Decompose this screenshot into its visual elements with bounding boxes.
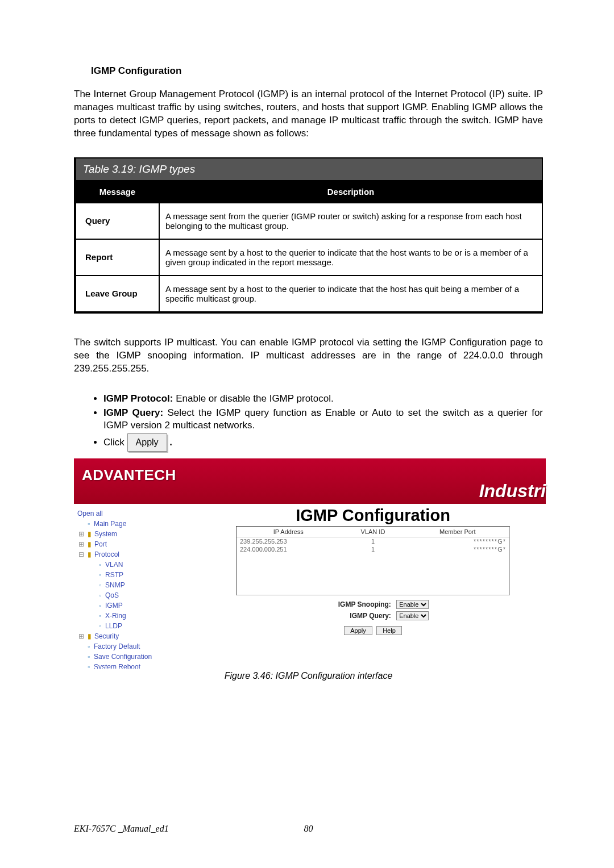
page-icon: ▫ xyxy=(97,580,104,590)
collapse-icon[interactable]: ⊟ xyxy=(77,549,85,560)
tree-lldp[interactable]: LLDP xyxy=(105,622,122,630)
tree-factory-default[interactable]: Factory Default xyxy=(94,642,140,650)
expand-icon[interactable]: ⊞ xyxy=(77,529,85,539)
page-icon: ▫ xyxy=(97,590,104,600)
bullet-igmp-query: IGMP Query: Select the IGMP query functi… xyxy=(103,407,543,433)
bullet-click-apply: Click Apply . xyxy=(103,433,543,452)
page-icon: ▫ xyxy=(97,560,104,570)
cell-vlan: 1 xyxy=(340,537,405,545)
snooping-label: IGMP Snooping: xyxy=(317,600,391,608)
embedded-screenshot: ADVANTECH Industri Open all ▫Main Page ⊞… xyxy=(74,458,546,669)
cell-description: A message sent by a host to the querier … xyxy=(159,239,542,276)
folder-icon: ▮ xyxy=(86,539,93,549)
brand-logo: ADVANTECH xyxy=(82,466,176,484)
page-footer: EKI-7657C _Manual_ed1 80 xyxy=(74,824,543,834)
col-ip-address: IP Address xyxy=(237,527,340,537)
bullet-text: Enable or disable the IGMP protocol. xyxy=(173,393,333,404)
tree-qos[interactable]: QoS xyxy=(105,591,119,599)
table-header-description: Description xyxy=(159,181,542,203)
page-icon: ▫ xyxy=(85,662,93,669)
paragraph-2: The switch supports IP multicast. You ca… xyxy=(74,336,543,375)
apply-button-inline: Apply xyxy=(127,433,167,452)
content-pane: IGMP Configuration IP Address VLAN ID Me… xyxy=(200,504,546,669)
expand-icon[interactable]: ⊞ xyxy=(77,631,85,641)
snooping-select[interactable]: Enable xyxy=(396,600,429,609)
page-icon: ▫ xyxy=(97,570,104,580)
cell-ip: 239.255.255.253 xyxy=(237,537,340,545)
tree-security[interactable]: Security xyxy=(94,632,119,640)
cell-ip: 224.000.000.251 xyxy=(237,545,340,553)
tree-main-page[interactable]: Main Page xyxy=(94,520,126,528)
section-heading: IGMP Configuration xyxy=(91,65,543,77)
expand-icon[interactable]: ⊞ xyxy=(77,539,85,549)
product-line-text: Industri xyxy=(479,481,546,502)
table-row: Report A message sent by a host to the q… xyxy=(75,239,542,276)
folder-icon: ▮ xyxy=(86,529,93,539)
tree-igmp[interactable]: IGMP xyxy=(105,602,123,610)
cell-member-port: ********G* xyxy=(406,545,509,553)
page-icon: ▫ xyxy=(97,611,104,621)
folder-icon: ▮ xyxy=(86,549,93,560)
intro-paragraph: The Internet Group Management Protocol (… xyxy=(74,88,543,140)
cell-member-port: ********G* xyxy=(406,537,509,545)
table-row: Leave Group A message sent by a host to … xyxy=(75,276,542,312)
folder-icon: ▮ xyxy=(86,631,93,641)
list-item: 224.000.000.251 1 ********G* xyxy=(237,545,509,553)
page-icon: ▫ xyxy=(85,519,93,529)
bullet-text: Select the IGMP query function as Enable… xyxy=(103,407,543,431)
tree-rstp[interactable]: RSTP xyxy=(105,571,123,579)
tree-xring[interactable]: X-Ring xyxy=(105,612,126,620)
col-vlan-id: VLAN ID xyxy=(340,527,405,537)
tree-system-reboot[interactable]: System Reboot xyxy=(94,663,140,669)
nav-tree: Open all ▫Main Page ⊞▮System ⊞▮Port ⊟▮Pr… xyxy=(74,504,200,669)
igmp-types-table: Table 3.19: IGMP types Message Descripti… xyxy=(74,157,543,314)
help-button[interactable]: Help xyxy=(376,626,402,635)
bullet-igmp-protocol: IGMP Protocol: Enable or disable the IGM… xyxy=(103,393,543,406)
query-select[interactable]: Enable xyxy=(396,611,429,620)
tree-port[interactable]: Port xyxy=(94,540,107,548)
content-title: IGMP Configuration xyxy=(206,506,540,525)
cell-message: Report xyxy=(75,239,159,276)
col-member-port: Member Port xyxy=(406,527,509,537)
tree-system[interactable]: System xyxy=(94,530,117,538)
page-icon: ▫ xyxy=(97,621,104,631)
list-item: 239.255.255.253 1 ********G* xyxy=(237,537,509,545)
screenshot-header: ADVANTECH Industri xyxy=(74,458,546,504)
click-text-pre: Click xyxy=(103,437,127,448)
table-header-message: Message xyxy=(75,181,159,203)
tree-snmp[interactable]: SNMP xyxy=(105,581,125,589)
query-label: IGMP Query: xyxy=(317,612,391,620)
table-row: Query A message sent from the querier (I… xyxy=(75,203,542,239)
cell-message: Leave Group xyxy=(75,276,159,312)
igmp-group-list: IP Address VLAN ID Member Port 239.255.2… xyxy=(236,526,510,595)
page-icon: ▫ xyxy=(85,641,93,652)
bullet-label: IGMP Protocol: xyxy=(103,393,173,404)
bullet-list: IGMP Protocol: Enable or disable the IGM… xyxy=(74,393,543,452)
footer-page-number: 80 xyxy=(74,824,543,834)
table-title: Table 3.19: IGMP types xyxy=(75,158,542,181)
tree-protocol[interactable]: Protocol xyxy=(94,550,119,558)
cell-vlan: 1 xyxy=(340,545,405,553)
click-text-post: . xyxy=(169,437,172,448)
tree-open-all[interactable]: Open all xyxy=(77,510,103,518)
cell-description: A message sent by a host to the querier … xyxy=(159,276,542,312)
cell-message: Query xyxy=(75,203,159,239)
apply-button[interactable]: Apply xyxy=(344,626,372,635)
cell-description: A message sent from the querier (IGMP ro… xyxy=(159,203,542,239)
page-icon: ▫ xyxy=(85,652,93,662)
tree-vlan[interactable]: VLAN xyxy=(105,561,123,569)
bullet-label: IGMP Query: xyxy=(103,407,163,418)
figure-caption: Figure 3.46: IGMP Configuration interfac… xyxy=(74,671,543,681)
page-icon: ▫ xyxy=(97,600,104,611)
tree-save-config[interactable]: Save Configuration xyxy=(94,653,152,661)
